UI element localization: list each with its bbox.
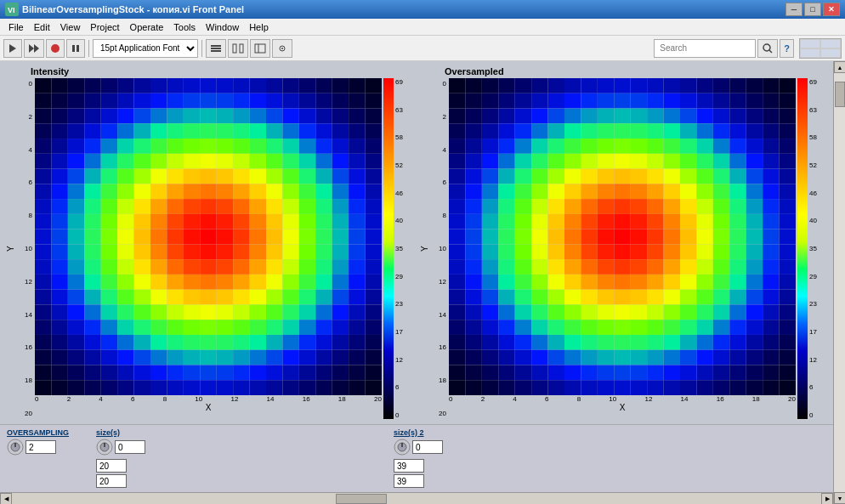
svg-rect-44 <box>101 93 117 109</box>
oversampling-knob[interactable] <box>7 439 24 456</box>
scroll-left-arrow[interactable]: ◀ <box>0 493 12 505</box>
svg-rect-126 <box>68 154 84 169</box>
svg-rect-480 <box>780 78 796 93</box>
svg-rect-105 <box>68 139 84 154</box>
run-button[interactable] <box>3 39 22 58</box>
svg-rect-580 <box>696 154 712 169</box>
scroll-thumb-h[interactable] <box>336 494 387 504</box>
distribute-button[interactable] <box>228 39 248 58</box>
svg-rect-265 <box>282 244 298 259</box>
svg-rect-195 <box>167 199 183 214</box>
pause-button[interactable] <box>66 39 85 58</box>
svg-rect-248 <box>349 229 365 245</box>
svg-rect-592 <box>548 169 564 184</box>
search-button[interactable] <box>757 39 778 58</box>
window-title: BilinearOversamplingStock - копия.vi Fro… <box>22 4 785 14</box>
svg-rect-737 <box>515 275 531 290</box>
svg-rect-587 <box>465 169 481 184</box>
svg-rect-728 <box>713 259 729 275</box>
minimize-button[interactable]: ─ <box>785 3 802 16</box>
close-button[interactable]: ✕ <box>823 3 840 16</box>
svg-rect-683 <box>664 229 680 245</box>
svg-rect-602 <box>713 169 729 184</box>
svg-rect-742 <box>598 275 614 290</box>
svg-rect-82 <box>35 123 51 139</box>
svg-rect-261 <box>217 244 233 259</box>
svg-rect-482 <box>465 93 481 109</box>
svg-rect-622 <box>696 184 712 199</box>
scroll-track-h[interactable] <box>12 493 821 505</box>
svg-rect-534 <box>631 123 647 139</box>
svg-rect-783 <box>581 304 597 320</box>
menu-tools[interactable]: Tools <box>168 20 201 34</box>
svg-rect-548 <box>515 139 531 154</box>
svg-rect-869 <box>614 365 630 380</box>
svg-rect-48 <box>167 93 183 109</box>
svg-rect-457 <box>332 380 349 395</box>
svg-rect-344 <box>200 304 216 320</box>
svg-rect-485 <box>515 93 531 109</box>
menu-window[interactable]: Window <box>201 20 244 34</box>
svg-rect-65 <box>101 109 117 124</box>
scroll-up-arrow[interactable]: ▲ <box>834 61 845 73</box>
maximize-button[interactable]: □ <box>804 3 821 16</box>
svg-rect-464 <box>515 78 531 93</box>
svg-rect-758 <box>515 290 531 305</box>
svg-rect-727 <box>696 259 712 275</box>
svg-rect-313 <box>35 290 51 305</box>
svg-rect-606 <box>780 169 796 184</box>
svg-rect-502 <box>449 109 465 124</box>
scroll-track-v[interactable] <box>834 73 845 492</box>
svg-rect-837 <box>780 335 796 350</box>
scroll-down-arrow[interactable]: ▼ <box>834 492 845 504</box>
svg-rect-336 <box>68 304 84 320</box>
svg-rect-744 <box>631 275 647 290</box>
help-button[interactable]: ? <box>780 39 794 58</box>
svg-rect-681 <box>631 229 647 245</box>
svg-rect-349 <box>282 304 298 320</box>
scroll-thumb-v[interactable] <box>835 82 845 107</box>
svg-rect-289 <box>332 259 349 275</box>
svg-rect-731 <box>763 259 779 275</box>
svg-rect-376 <box>35 335 51 350</box>
svg-rect-179 <box>250 184 266 199</box>
resize-button[interactable] <box>250 39 270 58</box>
intensity-heatmap[interactable] <box>35 78 382 395</box>
svg-rect-842 <box>515 350 531 365</box>
search-input[interactable] <box>654 39 756 58</box>
svg-rect-831 <box>680 335 696 350</box>
right-scrollbar[interactable]: ▲ ▼ <box>833 61 845 504</box>
svg-rect-46 <box>134 93 150 109</box>
svg-rect-577 <box>647 154 663 169</box>
settings-button[interactable] <box>272 39 292 58</box>
bottom-scrollbar[interactable]: ◀ ▶ <box>0 492 833 504</box>
abort-button[interactable] <box>46 39 65 58</box>
scroll-right-arrow[interactable]: ▶ <box>821 493 833 505</box>
size-s-knob[interactable] <box>96 439 113 456</box>
menu-edit[interactable]: Edit <box>29 20 55 34</box>
oversampled-heatmap[interactable] <box>449 78 796 395</box>
menu-operate[interactable]: Operate <box>125 20 169 34</box>
svg-rect-380 <box>101 335 117 350</box>
svg-rect-751 <box>746 275 763 290</box>
svg-rect-827 <box>614 335 630 350</box>
svg-rect-62 <box>51 109 67 124</box>
svg-rect-271 <box>35 259 51 275</box>
svg-rect-76 <box>282 109 298 124</box>
svg-rect-263 <box>250 244 266 259</box>
svg-rect-462 <box>482 78 498 93</box>
run-continuously-button[interactable] <box>24 39 44 58</box>
menu-file[interactable]: File <box>3 20 29 34</box>
font-selector[interactable]: 15pt Application Font <box>93 39 198 58</box>
menu-project[interactable]: Project <box>85 20 124 34</box>
menu-help[interactable]: Help <box>244 20 274 34</box>
size-s2-knob[interactable] <box>394 439 411 456</box>
svg-rect-588 <box>482 169 498 184</box>
align-button[interactable] <box>206 39 226 58</box>
svg-rect-178 <box>233 184 249 199</box>
svg-rect-38 <box>349 78 365 93</box>
svg-rect-141 <box>315 154 332 169</box>
svg-rect-702 <box>631 244 647 259</box>
menu-view[interactable]: View <box>55 20 86 34</box>
svg-rect-514 <box>647 109 663 124</box>
